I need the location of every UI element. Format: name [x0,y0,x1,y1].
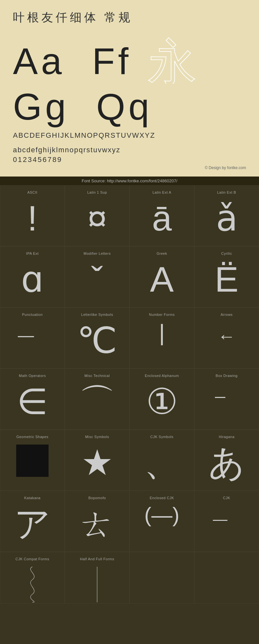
glyph-cell-latinexta: Latin Ext A ā [130,185,194,246]
glyph-char-miscsymbols: ★ [81,441,113,484]
glyph-char-enclosedcjk: (—) [144,502,179,528]
glyph-char-halffulls [94,565,100,604]
glyph-char-misctech: ⌒ [79,380,115,423]
glyph-cell-boxdrawing: Box Drawing ─ [194,369,259,430]
glyph-cell-misctech: Misc Technical ⌒ [65,369,130,430]
font-source-text: Font Source: http://www.fontke.com/font/… [82,178,177,183]
glyph-label-boxdrawing: Box Drawing [216,374,238,378]
glyph-char-katakana: ア [14,502,51,545]
glyph-label-numforms: Number Forms [149,313,175,317]
glyph-label-latinexta: Latin Ext A [152,190,171,194]
glyph-char-hiragana: あ [208,441,245,484]
glyph-label-modletters: Modifier Letters [84,252,111,255]
glyph-label-enclosedcjk: Enclosed CJK [150,496,174,500]
glyph-label-latin1sup: Latin 1 Sup [87,190,107,194]
glyph-cell-miscsymbols: Misc Symbols ★ [65,430,130,491]
glyph-cell-greek: Greek Α [130,246,194,307]
glyph-cell-latinextb: Latin Ext B ǎ [194,185,259,246]
sample-latin-row1: Aa Ff [13,42,132,81]
glyph-cell-cjk: CJK — [194,491,259,552]
sample-chars-row1: Aa Ff 永 [13,32,246,91]
glyph-char-latinextb: ǎ [216,197,238,240]
glyph-char-enclosedalpha: ① [146,380,178,423]
glyph-char-modletters: ˇ [91,258,103,301]
numbers-row: 0123456789 [13,156,246,164]
font-source-bar: Font Source: http://www.fontke.com/font/… [0,177,259,185]
glyph-label-ascii: ASCII [27,190,37,194]
glyph-char-punctuation: — [18,326,47,345]
glyph-label-greek: Greek [157,252,167,255]
glyph-label-latinextb: Latin Ext B [217,190,236,194]
glyph-cell-cyrilic: Cyrilic Ё [194,246,259,307]
copyright: © Design by fontke.com [13,166,246,170]
glyph-cell-empty1 [130,552,194,604]
glyph-char-cyrilic: Ё [215,258,238,301]
glyph-grid: ASCII ! Latin 1 Sup ¤ Latin Ext A ā Lati… [0,185,259,604]
glyph-char-ascii: ! [28,197,38,240]
glyph-char-mathop: ∈ [17,380,48,423]
glyph-char-cjkcompat [24,565,40,604]
glyph-cell-ascii: ASCII ! [0,185,65,246]
glyph-label-cjkcompat: CJK Compat Forms [16,557,50,561]
lowercase-row: abcdefghijklmnopqrstuvwxyz [13,144,246,156]
glyph-label-geoshapes: Geometric Shapes [16,435,48,439]
sample-chinese-char: 永 [145,32,209,91]
glyph-cell-hiragana: Hiragana あ [194,430,259,491]
glyph-label-cjksymbols: CJK Symbols [150,435,174,439]
glyph-label-enclosedalpha: Enclosed Alphanum [145,374,179,378]
glyph-cell-bopomofo: Bopomofo ㄊ [65,491,130,552]
glyph-cell-ipaext: IPA Ext ɑ [0,246,65,307]
sample-latin-row2: Gg Qq [13,87,246,126]
glyph-char-latin1sup: ¤ [87,197,107,240]
glyph-label-hiragana: Hiragana [219,435,235,439]
glyph-cell-mathop: Math Operators ∈ [0,369,65,430]
glyph-cell-letterlike: Letterlike Symbols ℃ [65,307,130,369]
font-title: 叶根友仟细体 常规 [13,10,246,26]
glyph-char-letterlike: ℃ [77,319,117,362]
glyph-label-punctuation: Punctuation [22,313,43,317]
glyph-label-misctech: Misc Technical [84,374,110,378]
glyph-char-ipaext: ɑ [21,258,44,301]
glyph-char-bopomofo: ㄊ [79,502,115,545]
glyph-char-arrows: ← [218,326,236,347]
glyph-cell-punctuation: Punctuation — [0,307,65,369]
glyph-cell-cjkcompat: CJK Compat Forms [0,552,65,604]
uppercase-row: ABCDEFGHIJKLMNOPQRSTUVWXYZ [13,130,246,141]
glyph-cell-geoshapes: Geometric Shapes [0,430,65,491]
glyph-cell-empty2 [194,552,259,604]
glyph-cell-katakana: Katakana ア [0,491,65,552]
glyph-cell-enclosedcjk: Enclosed CJK (—) [130,491,194,552]
glyph-label-miscsymbols: Misc Symbols [85,435,109,439]
glyph-cell-cjksymbols: CJK Symbols 、 [130,430,194,491]
glyph-label-katakana: Katakana [24,496,40,500]
glyph-char-greek: Α [150,258,174,301]
glyph-label-halffulls: Half And Full Forms [80,557,114,561]
glyph-label-letterlike: Letterlike Symbols [81,313,113,317]
glyph-char-numforms: | [159,319,165,346]
glyph-label-ipaext: IPA Ext [26,252,39,255]
glyph-label-arrows: Arrows [220,313,232,317]
glyph-cell-modletters: Modifier Letters ˇ [65,246,130,307]
glyph-char-geoshapes [16,445,49,477]
svg-text:永: 永 [148,36,197,84]
dark-section: Font Source: http://www.fontke.com/font/… [0,177,259,604]
glyph-label-cyrilic: Cyrilic [221,252,232,255]
glyph-cell-latin1sup: Latin 1 Sup ¤ [65,185,130,246]
glyph-label-cjk: CJK [223,496,230,500]
glyph-label-mathop: Math Operators [19,374,46,378]
glyph-cell-arrows: Arrows ← [194,307,259,369]
glyph-cell-enclosedalpha: Enclosed Alphanum ① [130,369,194,430]
glyph-char-boxdrawing: ─ [215,388,238,406]
glyph-char-latinexta: ā [152,197,172,240]
glyph-label-bopomofo: Bopomofo [88,496,106,500]
glyph-cell-numforms: Number Forms | [130,307,194,369]
glyph-char-cjk: — [213,510,241,528]
header-section: 叶根友仟细体 常规 Aa Ff 永 Gg Qq ABCDEFGHIJKLMNOP… [0,0,259,177]
glyph-char-cjksymbols: 、 [144,441,180,484]
glyph-cell-halffulls: Half And Full Forms [65,552,130,604]
